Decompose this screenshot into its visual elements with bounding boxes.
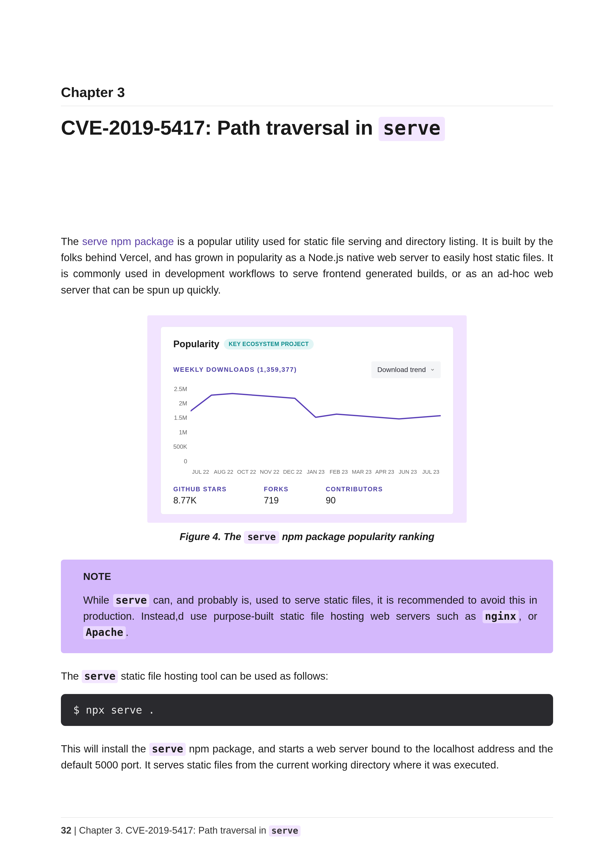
- figure-container: Popularity KEY ECOSYSTEM PROJECT WEEKLY …: [147, 315, 467, 523]
- chevron-down-icon: [430, 367, 435, 372]
- title-code: serve: [378, 117, 445, 141]
- x-tick: JUN 23: [398, 469, 418, 475]
- caption-text: Figure 4. The: [180, 531, 244, 542]
- intro-paragraph: The serve npm package is a popular utili…: [61, 233, 553, 298]
- popularity-card: Popularity KEY ECOSYSTEM PROJECT WEEKLY …: [161, 327, 453, 514]
- y-tick: 2M: [179, 400, 187, 407]
- chart-plot: [191, 386, 441, 465]
- y-tick: 1.5M: [174, 414, 187, 421]
- figure-caption: Figure 4. The serve npm package populari…: [61, 531, 553, 542]
- x-tick: OCT 22: [237, 469, 256, 475]
- usage-intro: The serve static file hosting tool can b…: [61, 668, 553, 684]
- stat-label: CONTRIBUTORS: [326, 486, 383, 493]
- x-tick: JUL 22: [191, 469, 211, 475]
- x-tick: MAR 23: [352, 469, 372, 475]
- y-tick: 1M: [179, 429, 187, 436]
- x-tick: AUG 22: [214, 469, 234, 475]
- footer-code: serve: [269, 825, 301, 837]
- caption-code: serve: [244, 531, 279, 544]
- download-trend-dropdown[interactable]: Download trend: [371, 361, 441, 378]
- code-serve-inline: serve: [82, 670, 118, 683]
- page-title: CVE-2019-5417: Path traversal in serve: [61, 116, 553, 140]
- stat-value: 8.77K: [173, 495, 227, 506]
- stat-label: FORKS: [264, 486, 289, 493]
- title-text: CVE-2019-5417: Path traversal in: [61, 116, 378, 139]
- code-apache: Apache: [83, 626, 126, 639]
- code-block-npx: $ npx serve .: [61, 694, 553, 726]
- footer-text: Chapter 3. CVE-2019-5417: Path traversal…: [79, 825, 269, 835]
- downloads-chart: 2.5M2M1.5M1M500K0 JUL 22AUG 22OCT 22NOV …: [173, 386, 441, 475]
- x-tick: DEC 22: [283, 469, 302, 475]
- chapter-label: Chapter 3: [61, 84, 553, 100]
- page-footer: 32 | Chapter 3. CVE-2019-5417: Path trav…: [61, 817, 553, 836]
- x-tick: APR 23: [375, 469, 395, 475]
- note-title: NOTE: [83, 571, 537, 582]
- stat-stars: GITHUB STARS 8.77K: [173, 486, 227, 506]
- y-tick: 500K: [173, 443, 187, 450]
- chart-x-axis: JUL 22AUG 22OCT 22NOV 22DEC 22JAN 23FEB …: [173, 465, 441, 475]
- intro-text: The: [61, 236, 82, 247]
- page-number: 32: [61, 825, 71, 835]
- stat-label: GITHUB STARS: [173, 486, 227, 493]
- x-tick: JUL 23: [421, 469, 441, 475]
- after-code-paragraph: This will install the serve npm package,…: [61, 741, 553, 773]
- popularity-heading: Popularity: [173, 339, 219, 349]
- chart-y-axis: 2.5M2M1.5M1M500K0: [173, 386, 191, 465]
- x-tick: NOV 22: [260, 469, 279, 475]
- stat-value: 90: [326, 495, 383, 506]
- weekly-downloads-label: WEEKLY DOWNLOADS (1,359,377): [173, 366, 297, 374]
- code-serve: serve: [113, 594, 149, 607]
- note-body: While serve can, and probably is, used t…: [83, 592, 537, 640]
- x-tick: JAN 23: [306, 469, 326, 475]
- y-tick: 2.5M: [174, 386, 187, 392]
- code-nginx: nginx: [482, 610, 519, 623]
- caption-text-cont: npm package popularity ranking: [279, 531, 434, 542]
- stat-value: 719: [264, 495, 289, 506]
- stat-contributors: CONTRIBUTORS 90: [326, 486, 383, 506]
- serve-npm-link[interactable]: serve npm package: [82, 236, 174, 247]
- y-tick: 0: [184, 458, 187, 465]
- ecosystem-badge: KEY ECOSYSTEM PROJECT: [224, 339, 314, 349]
- divider: [61, 106, 553, 106]
- note-callout: NOTE While serve can, and probably is, u…: [61, 560, 553, 653]
- x-tick: FEB 23: [329, 469, 349, 475]
- dropdown-label: Download trend: [377, 366, 426, 374]
- stats-row: GITHUB STARS 8.77K FORKS 719 CONTRIBUTOR…: [173, 486, 441, 506]
- stat-forks: FORKS 719: [264, 486, 289, 506]
- code-serve-inline-2: serve: [149, 743, 185, 756]
- chart-line-svg: [191, 386, 441, 465]
